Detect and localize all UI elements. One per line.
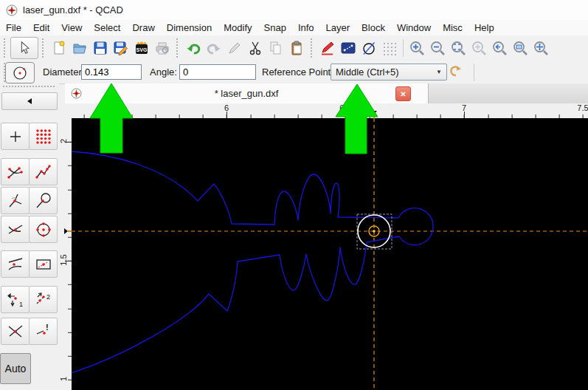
menu-layer[interactable]: Layer: [320, 21, 356, 35]
snap-free-icon: [6, 127, 25, 146]
save-button[interactable]: [90, 38, 111, 58]
menu-window[interactable]: Window: [391, 21, 437, 35]
circle-2-point-tool-icon: [12, 65, 28, 81]
drawing-preferences-button[interactable]: [317, 38, 338, 58]
svg-text:!: !: [46, 323, 49, 332]
reference-point-value: Middle (Ctrl+5): [336, 66, 399, 78]
snap-panel: 1 2 ! Auto: [0, 83, 59, 390]
zoom-window-button[interactable]: [510, 38, 530, 58]
zoom-window-icon: [512, 40, 528, 56]
menu-select[interactable]: Select: [88, 21, 126, 35]
save-as-button[interactable]: [111, 38, 131, 58]
paste-button[interactable]: [286, 38, 307, 58]
select-tool-button[interactable]: [10, 37, 38, 59]
toolbar-separator: [403, 39, 404, 57]
zoom-out-icon: [429, 40, 446, 56]
zoom-out-button[interactable]: [427, 38, 448, 58]
menu-block[interactable]: Block: [356, 21, 391, 35]
pan-zoom-button[interactable]: [530, 38, 551, 58]
vruler-label: 1: [59, 370, 68, 388]
svg-text:1: 1: [19, 301, 23, 308]
angle-input[interactable]: [179, 64, 256, 80]
snap-auto-button[interactable]: Auto: [0, 353, 31, 384]
line-from-points-icon: [340, 40, 356, 56]
title-bar: laser_gun.dxf * - QCAD: [0, 0, 588, 20]
snap-perpendicular-icon: [6, 191, 25, 211]
menu-edit[interactable]: Edit: [27, 21, 55, 35]
drawing-canvas[interactable]: [72, 118, 588, 390]
snap-perpendicular-button[interactable]: [1, 187, 30, 214]
menu-dimension[interactable]: Dimension: [161, 21, 218, 35]
snap-restrict-1-button[interactable]: 1: [1, 286, 30, 313]
snap-grid-button[interactable]: [29, 123, 58, 150]
snap-reference-button[interactable]: [29, 250, 58, 278]
snap-restrict-horizontal-icon: 1: [6, 290, 25, 309]
open-file-icon: [72, 40, 88, 56]
snap-distance-button[interactable]: [1, 250, 30, 278]
open-file-button[interactable]: [69, 38, 90, 58]
line-tool-button[interactable]: [338, 38, 359, 58]
menu-snap[interactable]: Snap: [258, 21, 292, 35]
toolbar-grip[interactable]: [42, 38, 45, 58]
menu-info[interactable]: Info: [292, 21, 320, 35]
menu-misc[interactable]: Misc: [437, 21, 468, 35]
menu-view[interactable]: View: [55, 21, 88, 35]
auto-zoom-button[interactable]: [448, 38, 468, 58]
toolbar-grip[interactable]: [311, 38, 314, 58]
qcad-logo-icon: [6, 4, 18, 16]
menu-modify[interactable]: Modify: [218, 21, 257, 35]
close-tab-button[interactable]: ✕: [395, 86, 411, 101]
svg-export-button[interactable]: SVG: [131, 38, 152, 58]
copy-icon: [268, 40, 284, 56]
main-toolbar: SVG: [0, 35, 588, 61]
window-title: laser_gun.dxf * - QCAD: [23, 4, 123, 16]
snap-intersection-button[interactable]: [1, 318, 30, 345]
snap-endpoints-button[interactable]: [1, 158, 30, 185]
cut-button[interactable]: [245, 38, 266, 58]
menu-draw[interactable]: Draw: [126, 21, 160, 35]
snap-restrict-2-button[interactable]: 2: [29, 286, 58, 313]
reference-point-dropdown[interactable]: Middle (Ctrl+5) ▼: [331, 64, 447, 81]
snap-endpoints-icon: [6, 162, 25, 182]
snap-free-button[interactable]: [1, 123, 30, 150]
snap-tangential-button[interactable]: [29, 187, 58, 214]
erase-button[interactable]: [224, 38, 245, 58]
reset-defaults-button[interactable]: [447, 64, 463, 82]
menu-help[interactable]: Help: [468, 21, 500, 35]
toolbar-grip[interactable]: [4, 38, 7, 58]
zoom-previous-button[interactable]: [468, 38, 489, 58]
snap-intersection-manual-button[interactable]: !: [29, 318, 58, 345]
view-back-arrow-icon: [491, 40, 508, 56]
diameter-label: Diameter:: [43, 66, 84, 78]
toolbar-grip[interactable]: [176, 38, 179, 58]
snap-center-icon: [34, 220, 53, 239]
chevron-down-icon: ▼: [436, 69, 442, 75]
reference-point-label: Reference Point:: [262, 66, 333, 78]
circle-tool-icon: [361, 40, 377, 56]
circle-tool-button[interactable]: [359, 38, 379, 58]
active-circle-tool-button[interactable]: [5, 62, 35, 83]
print-preview-button[interactable]: [152, 38, 173, 58]
menu-file[interactable]: File: [0, 21, 27, 35]
snap-on-entity-icon: [34, 162, 53, 182]
tab-laser-gun[interactable]: * laser_gun.dxf ✕: [65, 83, 429, 103]
diameter-input[interactable]: [81, 64, 142, 80]
snap-center-button[interactable]: [29, 216, 58, 243]
panel-drag-handle[interactable]: [3, 86, 55, 87]
grid-toggle-button[interactable]: [379, 38, 400, 58]
collapse-panel-button[interactable]: [1, 92, 58, 110]
cut-scissors-icon: [247, 40, 263, 56]
undo-button[interactable]: [183, 38, 204, 58]
redo-icon: [206, 40, 222, 56]
document-tab-bar: * laser_gun.dxf ✕: [65, 83, 588, 103]
snap-tangential-icon: [34, 191, 53, 211]
snap-middle-button[interactable]: [1, 216, 30, 243]
copy-button[interactable]: [266, 38, 286, 58]
redo-button[interactable]: [204, 38, 224, 58]
snap-on-entity-button[interactable]: [29, 158, 58, 185]
hruler-major-ticks: [65, 112, 588, 118]
new-file-button[interactable]: [49, 38, 69, 58]
zoom-in-button[interactable]: [407, 38, 427, 58]
svg-text:2: 2: [46, 293, 50, 301]
previous-view-button[interactable]: [489, 38, 510, 58]
